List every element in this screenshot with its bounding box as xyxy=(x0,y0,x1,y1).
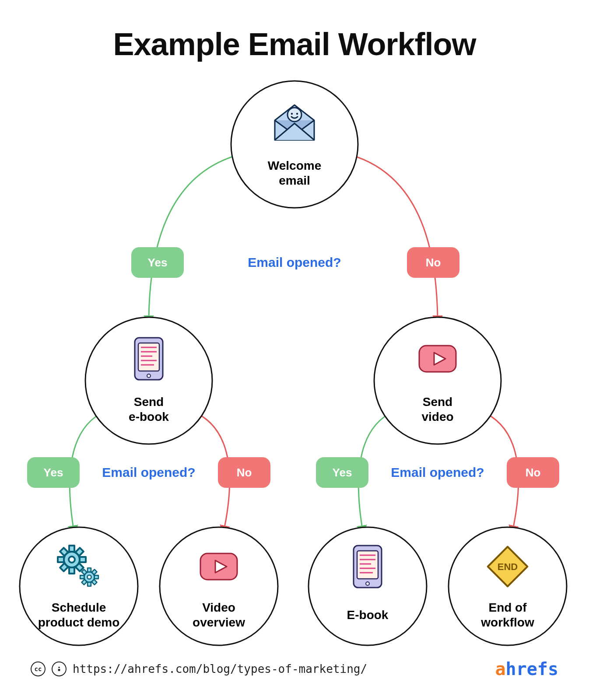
ebook-icon xyxy=(354,546,382,588)
svg-text:overview: overview xyxy=(193,616,245,629)
pill-yes-r: Yes xyxy=(316,457,368,488)
decision-root: Email opened? xyxy=(248,255,341,270)
svg-point-68 xyxy=(58,667,60,668)
svg-text:e-book: e-book xyxy=(129,410,169,424)
svg-text:video: video xyxy=(421,410,453,424)
ebook-icon xyxy=(135,338,163,380)
svg-point-54 xyxy=(374,317,501,444)
svg-text:No: No xyxy=(237,466,252,479)
svg-text:Yes: Yes xyxy=(148,256,168,269)
svg-point-51 xyxy=(85,317,212,444)
svg-text:Yes: Yes xyxy=(333,466,352,479)
svg-text:Send: Send xyxy=(134,395,164,409)
pill-yes-root: Yes xyxy=(131,247,184,278)
edge-yes-root-to-l xyxy=(149,153,245,324)
svg-text:Video: Video xyxy=(202,601,235,614)
cc-by-icon xyxy=(52,662,67,676)
footer: cc https://ahrefs.com/blog/types-of-mark… xyxy=(31,659,558,679)
svg-text:Send: Send xyxy=(423,395,452,409)
svg-point-48 xyxy=(231,81,358,208)
svg-text:End of: End of xyxy=(488,601,527,614)
video-icon xyxy=(200,553,237,580)
svg-text:Welcome: Welcome xyxy=(268,159,321,172)
node-ebook: E-book xyxy=(309,527,427,645)
node-send-video: Send video xyxy=(374,317,501,444)
pill-no-l: No xyxy=(218,457,270,488)
pill-no-r: No xyxy=(507,457,559,488)
edge-no-root-to-r xyxy=(344,153,438,324)
cc-license-icon: cc xyxy=(31,662,46,676)
svg-text:workflow: workflow xyxy=(480,616,534,629)
svg-text:Yes: Yes xyxy=(44,466,63,479)
svg-text:email: email xyxy=(279,174,310,187)
svg-text:product demo: product demo xyxy=(38,616,120,629)
video-icon xyxy=(419,346,456,372)
node-welcome-email: Welcome email xyxy=(231,81,358,208)
workflow-diagram: END Email opened? Email opened? Email op… xyxy=(0,0,589,700)
svg-text:No: No xyxy=(526,466,541,479)
decision-left: Email opened? xyxy=(102,465,195,480)
svg-text:Schedule: Schedule xyxy=(52,601,106,614)
source-url: https://ahrefs.com/blog/types-of-marketi… xyxy=(73,662,367,676)
decision-right: Email opened? xyxy=(391,465,484,480)
svg-text:No: No xyxy=(426,256,441,269)
ahrefs-logo: ahrefs xyxy=(495,659,558,679)
node-end-of-workflow: End of workflow xyxy=(449,527,567,645)
node-schedule-product-demo: Schedule product demo xyxy=(20,527,138,645)
node-send-ebook: Send e-book xyxy=(85,317,212,444)
pill-no-root: No xyxy=(407,247,459,278)
pill-yes-l: Yes xyxy=(27,457,80,488)
node-video-overview: Video overview xyxy=(160,527,278,645)
svg-text:E-book: E-book xyxy=(347,608,389,622)
